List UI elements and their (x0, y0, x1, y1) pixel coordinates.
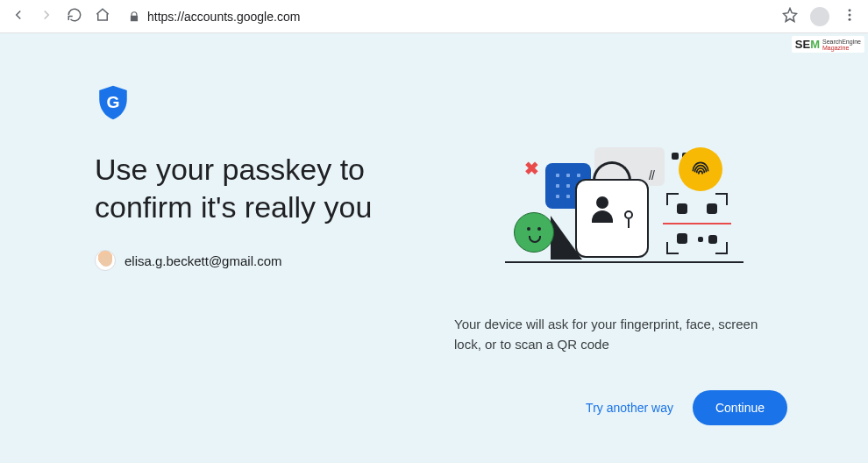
forward-icon[interactable] (39, 7, 54, 26)
google-shield-icon: G (95, 84, 372, 125)
svg-point-1 (849, 13, 851, 16)
avatar-icon (95, 250, 116, 271)
svg-point-2 (849, 18, 851, 20)
qr-icon (666, 193, 728, 254)
svg-point-0 (849, 9, 851, 11)
account-chip[interactable]: elisa.g.beckett@gmail.com (95, 250, 372, 271)
url-text: https://accounts.google.com (147, 10, 300, 24)
instruction-text: Your device will ask for your fingerprin… (454, 314, 787, 355)
profile-avatar[interactable] (810, 7, 829, 26)
page-content: SEM SearchEngine Magazine G Use your pas… (0, 33, 868, 463)
passkey-illustration: // ✖ (489, 147, 752, 279)
page-title: Use your passkey to confirm it's really … (95, 151, 372, 225)
person-icon (596, 196, 613, 223)
watermark-badge: SEM SearchEngine Magazine (792, 36, 864, 53)
face-icon (514, 212, 554, 253)
more-icon[interactable] (842, 7, 857, 26)
star-icon[interactable] (782, 7, 798, 26)
lock-icon (128, 11, 140, 23)
try-another-way-button[interactable]: Try another way (586, 401, 673, 415)
account-email: elisa.g.beckett@gmail.com (125, 253, 281, 268)
home-icon[interactable] (95, 7, 110, 26)
fingerprint-icon (679, 147, 722, 191)
key-icon (624, 210, 633, 228)
reload-icon[interactable] (67, 7, 82, 26)
back-icon[interactable] (11, 7, 26, 26)
x-icon: ✖ (524, 158, 539, 179)
svg-text:G: G (107, 93, 120, 111)
browser-address-bar: https://accounts.google.com (0, 0, 868, 33)
url-field[interactable]: https://accounts.google.com (121, 10, 772, 24)
continue-button[interactable]: Continue (693, 390, 787, 425)
